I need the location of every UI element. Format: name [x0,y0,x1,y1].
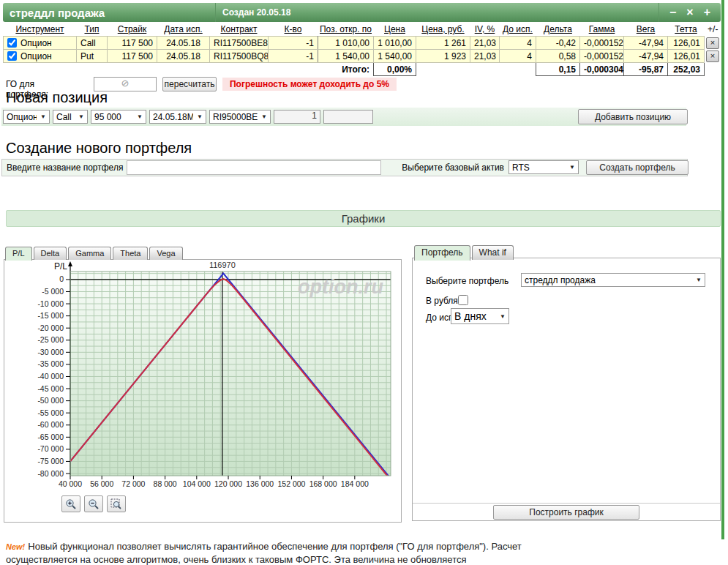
type-cell: Call [77,37,108,50]
delete-row-button[interactable]: × [706,50,719,62]
col-header-gamma[interactable]: Гамма [580,23,624,37]
svg-text:72 000: 72 000 [121,479,145,488]
col-header-strike[interactable]: Страйк [108,23,157,37]
svg-text:152 000: 152 000 [277,479,305,488]
theta-cell: 126,01 [668,50,705,63]
col-header-qty[interactable]: К-во [269,23,318,37]
contract-cell: RI117500BQ8D [210,50,269,63]
svg-text:-20 000: -20 000 [37,323,64,332]
col-header-theta[interactable]: Тетта [668,23,705,37]
col-header-open-at[interactable]: Поз. откр. по [318,23,374,37]
expiry-date-select[interactable]: 24.05.18М▼ [149,110,206,124]
zoom-in-icon [65,498,77,510]
row-enabled-checkbox[interactable] [7,38,17,48]
qty-cell[interactable]: -1 [269,50,318,63]
iv-cell: 21,03 [470,37,500,50]
svg-text:116970: 116970 [209,261,236,269]
tab-delta[interactable]: Delta [34,247,67,260]
col-header-days[interactable]: До исп. [500,23,536,37]
svg-text:-50 000: -50 000 [37,396,64,405]
add-icon[interactable]: + [704,7,710,18]
delta-cell: -0,42 [536,37,580,50]
open-at-cell: 1 540,00 [318,50,374,63]
create-portfolio-button[interactable]: Создать портфель [586,160,688,175]
table-header-row: Инструмент Тип Страйк Дата исп. Контракт… [4,23,722,37]
price-rub-cell: 1 923 [416,50,470,63]
price-rub-cell: 1 261 [416,37,470,50]
add-position-button[interactable]: Добавить позицию [578,109,688,124]
chevron-down-icon: ▼ [569,164,575,171]
zoom-out-button[interactable] [84,495,103,512]
quantity-input[interactable]: 1 [274,110,320,124]
build-chart-bar: Построить график [413,503,720,520]
svg-text:-10 000: -10 000 [37,299,64,308]
portfolio-name-label: Введите название портфеля [7,162,123,173]
price-input[interactable] [323,110,373,124]
charts-section-title: Графики [6,210,721,227]
qty-cell[interactable]: -1 [269,37,318,50]
col-header-expdate[interactable]: Дата исп. [157,23,210,37]
svg-text:-40 000: -40 000 [37,372,64,381]
col-header-contract[interactable]: Контракт [210,23,269,37]
chart-zoom-controls [61,495,126,512]
svg-text:-5 000: -5 000 [42,287,64,296]
svg-text:-35 000: -35 000 [37,359,64,368]
zoom-region-button[interactable] [107,495,126,512]
portfolio-titlebar: стреддл продажа Создан 20.05.18 − × + [3,3,721,22]
tab-gamma[interactable]: Gamma [68,247,111,260]
svg-text:56 000: 56 000 [90,479,113,488]
col-header-instrument[interactable]: Инструмент [4,23,77,37]
tab-vega[interactable]: Vega [149,247,182,260]
col-header-type[interactable]: Тип [77,23,108,37]
new-position-heading: Новая позиция [6,89,108,106]
portfolio-select[interactable]: стреддл продажа▼ [521,273,705,287]
col-header-delta[interactable]: Дельта [536,23,580,37]
close-icon[interactable]: × [686,7,693,18]
vega-cell: -47,94 [624,37,668,50]
col-header-plusminus: +/- [705,23,722,37]
tab-pl[interactable]: P/L [5,247,32,261]
instrument-select[interactable]: Опцион▼ [3,110,50,124]
new-badge: New! [6,542,25,551]
base-asset-select[interactable]: RTS▼ [509,160,579,174]
days-cell: 4 [500,37,536,50]
option-type-select[interactable]: Call▼ [53,110,88,124]
portfolio-name-input[interactable] [127,160,381,175]
build-chart-button[interactable]: Построить график [493,505,639,520]
col-header-vega[interactable]: Вега [624,23,668,37]
zoom-in-button[interactable] [61,495,80,512]
tab-portfolio[interactable]: Портфель [414,245,470,261]
delete-row-button[interactable]: × [706,37,719,49]
recalculate-button[interactable]: пересчитать [162,77,217,91]
days-cell: 4 [500,50,536,63]
strike-cell: 117 500 [108,50,157,63]
portfolio-title: стреддл продажа [3,7,215,19]
instrument-cell: Опцион [20,51,52,61]
tab-theta[interactable]: Theta [113,247,148,260]
strike-select[interactable]: 95 000▼ [91,110,146,124]
svg-text:88 000: 88 000 [154,479,177,488]
totals-label: Итого: [318,63,374,76]
pl-chart[interactable]: 0-5 000-10 000-15 000-20 000-25 000-30 0… [4,260,402,491]
row-enabled-checkbox[interactable] [7,51,17,61]
contract-select[interactable]: RI95000BE8D▼ [209,110,271,124]
col-header-iv[interactable]: IV, % [470,23,500,37]
strike-cell: 117 500 [108,37,157,50]
minimize-icon[interactable]: − [669,7,676,18]
totals-vega: -95,87 [624,63,668,76]
col-header-price-rub[interactable]: Цена, руб. [416,23,470,37]
svg-text:-25 000: -25 000 [37,335,64,344]
totals-theta: 252,03 [668,63,705,76]
svg-text:-55 000: -55 000 [37,408,64,417]
days-mode-select[interactable]: В днях▼ [451,308,509,324]
go-status-icon: ⊘ [121,78,130,89]
svg-text:168 000: 168 000 [309,479,337,488]
contract-cell: RI117500BE8D [210,37,269,50]
positions-table: Инструмент Тип Страйк Дата исп. Контракт… [3,23,722,76]
tab-what-if[interactable]: What if [472,245,514,260]
in-rubles-checkbox[interactable] [458,295,468,305]
create-portfolio-heading: Создание нового портфеля [6,140,192,157]
svg-text:P/L: P/L [54,261,67,272]
col-header-price[interactable]: Цена [374,23,416,37]
totals-price-pct: 0,00% [374,63,416,76]
